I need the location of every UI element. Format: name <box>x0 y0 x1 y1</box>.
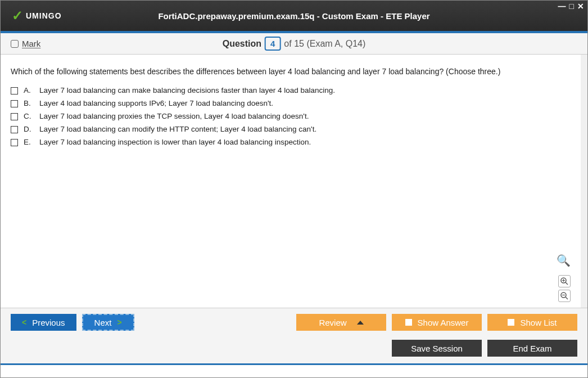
option-checkbox[interactable] <box>11 126 18 133</box>
svg-line-5 <box>566 297 568 299</box>
svg-line-1 <box>566 282 568 285</box>
maximize-icon[interactable]: □ <box>569 2 574 11</box>
content-area: Which of the following statements best d… <box>1 55 587 308</box>
bottom-bar-1: <Previous Next> Review Show Answer Show … <box>1 308 587 336</box>
option-text: Layer 7 load balancing proxies the TCP s… <box>39 112 309 120</box>
next-button[interactable]: Next> <box>82 314 134 331</box>
checkbox-icon <box>405 319 412 326</box>
options-list: A. Layer 7 load balancing can make balan… <box>11 86 571 146</box>
option-checkbox[interactable] <box>11 100 18 107</box>
end-exam-button[interactable]: End Exam <box>487 340 577 357</box>
option-text: Layer 7 load balancing can make balancin… <box>39 86 335 94</box>
mark-area[interactable]: Mark <box>11 39 40 48</box>
option-letter: C. <box>24 112 34 120</box>
question-number: 4 <box>265 37 281 51</box>
logo: ✓ UMINGO <box>12 8 62 24</box>
zoom-out-icon[interactable] <box>558 290 571 302</box>
chevron-right-icon: > <box>117 318 121 327</box>
show-list-button[interactable]: Show List <box>487 314 577 331</box>
question-text: Which of the following statements best d… <box>11 67 571 76</box>
titlebar: ✓ UMINGO FortiADC.prepaway.premium.exam.… <box>1 1 587 33</box>
option-text: Layer 4 load balancing supports IPv6; La… <box>39 99 273 107</box>
option-text: Layer 7 load balancing inspection is low… <box>39 138 311 146</box>
option-checkbox[interactable] <box>11 139 18 146</box>
question-info: Question 4 of 15 (Exam A, Q14) <box>223 37 366 51</box>
option-row[interactable]: B. Layer 4 load balancing supports IPv6;… <box>11 99 571 107</box>
triangle-up-icon <box>357 321 364 325</box>
question-of-text: of 15 (Exam A, Q14) <box>284 39 365 49</box>
question-label: Question <box>223 39 261 49</box>
option-row[interactable]: C. Layer 7 load balancing proxies the TC… <box>11 112 571 120</box>
window-controls: — □ ✕ <box>558 2 584 11</box>
show-answer-button[interactable]: Show Answer <box>392 314 482 331</box>
checkbox-icon <box>508 319 514 326</box>
option-text: Layer 7 load balancing can modify the HT… <box>39 125 316 133</box>
option-letter: A. <box>24 86 34 94</box>
chevron-left-icon: < <box>22 318 26 327</box>
option-row[interactable]: E. Layer 7 load balancing inspection is … <box>11 138 571 146</box>
mark-checkbox[interactable] <box>11 40 19 48</box>
save-session-button[interactable]: Save Session <box>392 340 482 357</box>
option-row[interactable]: D. Layer 7 load balancing can modify the… <box>11 125 571 133</box>
option-checkbox[interactable] <box>11 87 18 94</box>
logo-text: UMINGO <box>26 11 62 20</box>
option-letter: B. <box>24 99 34 107</box>
bottom-bar-2: Save Session End Exam <box>1 336 587 365</box>
option-row[interactable]: A. Layer 7 load balancing can make balan… <box>11 86 571 94</box>
review-button[interactable]: Review <box>296 314 386 331</box>
question-header: Mark Question 4 of 15 (Exam A, Q14) <box>1 33 587 55</box>
option-checkbox[interactable] <box>11 113 18 120</box>
zoom-in-icon[interactable] <box>558 275 571 287</box>
option-letter: D. <box>24 125 34 133</box>
zoom-controls <box>558 275 571 302</box>
previous-button[interactable]: <Previous <box>11 314 76 331</box>
search-icon[interactable]: 🔍 <box>557 254 571 267</box>
logo-checkmark-icon: ✓ <box>12 8 24 24</box>
window-title: FortiADC.prepaway.premium.exam.15q - Cus… <box>158 11 429 21</box>
mark-label: Mark <box>22 39 40 48</box>
close-icon[interactable]: ✕ <box>577 2 584 11</box>
option-letter: E. <box>24 138 34 146</box>
minimize-icon[interactable]: — <box>558 2 566 11</box>
